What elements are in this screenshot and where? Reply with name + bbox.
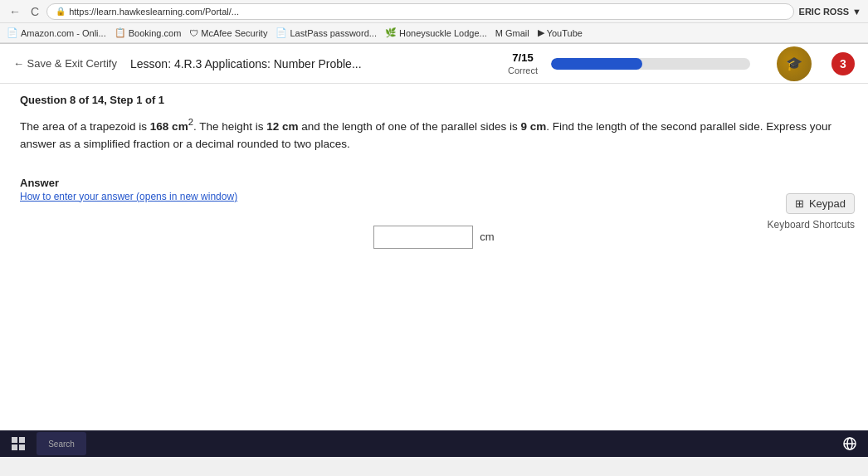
back-button[interactable]: ← xyxy=(7,5,23,18)
dropdown-icon: ▼ xyxy=(852,7,861,17)
taskbar: Search xyxy=(0,430,868,457)
keyboard-shortcuts-link[interactable]: Keyboard Shortcuts xyxy=(768,219,855,231)
bookmark-icon: 🛡 xyxy=(189,28,198,38)
question-meta: Question 8 of 14, Step 1 of 1 xyxy=(20,94,848,106)
svg-rect-1 xyxy=(19,437,25,443)
bookmark-amazon[interactable]: 📄 Amazon.com - Onli... xyxy=(7,27,106,38)
bookmark-icon: 📋 xyxy=(115,27,126,38)
bookmark-booking[interactable]: 📋 Booking.com xyxy=(115,27,182,38)
secure-icon: 🔒 xyxy=(56,7,66,16)
progress-section: 7/15 Correct xyxy=(508,51,538,75)
save-exit-button[interactable]: ← Save & Exit Certify xyxy=(13,57,117,70)
user-menu[interactable]: ERIC ROSS ▼ xyxy=(799,7,861,17)
progress-bar xyxy=(551,58,750,70)
answer-area: Answer How to enter your answer (opens i… xyxy=(0,170,868,209)
address-bar[interactable]: 🔒 https://learn.hawkeslearning.com/Porta… xyxy=(46,3,793,20)
bookmark-icon: 🌿 xyxy=(385,27,397,38)
svg-rect-0 xyxy=(12,437,17,443)
bookmark-icon: M xyxy=(495,28,503,38)
bookmark-honeysuckle[interactable]: 🌿 Honeysuckle Lodge... xyxy=(385,27,487,38)
bookmark-icon: 📄 xyxy=(7,27,18,38)
taskbar-browser[interactable] xyxy=(838,432,861,455)
bookmark-lastpass[interactable]: 📄 LastPass password... xyxy=(276,27,377,38)
taskbar-windows[interactable] xyxy=(7,432,30,455)
right-tools: ⊞ Keypad Keyboard Shortcuts xyxy=(768,193,855,231)
bookmarks-bar: 📄 Amazon.com - Onli... 📋 Booking.com 🛡 M… xyxy=(0,23,868,43)
keypad-icon: ⊞ xyxy=(795,197,804,210)
keypad-button[interactable]: ⊞ Keypad xyxy=(786,193,855,214)
bookmark-mcafee[interactable]: 🛡 McAfee Security xyxy=(189,28,267,38)
lesson-title: Lesson: 4.R.3 Applications: Number Probl… xyxy=(130,57,362,70)
unit-label: cm xyxy=(480,231,494,243)
taskbar-search[interactable]: Search xyxy=(37,432,86,455)
question-area: Question 8 of 14, Step 1 of 1 The area o… xyxy=(0,84,868,170)
bookmark-icon: 📄 xyxy=(276,27,287,38)
avatar: 🎓 xyxy=(777,46,812,81)
progress-bar-fill xyxy=(551,58,642,70)
progress-label: 7/15 xyxy=(512,51,533,64)
top-bar: ← Save & Exit Certify Lesson: 4.R.3 Appl… xyxy=(0,44,868,84)
svg-rect-2 xyxy=(12,444,17,450)
reload-button[interactable]: C xyxy=(28,5,41,18)
streak-badge: 3 xyxy=(831,52,855,75)
progress-sub: Correct xyxy=(508,66,538,75)
answer-label: Answer xyxy=(20,177,848,189)
bookmark-icon: ▶ xyxy=(538,27,544,38)
avatar-icon: 🎓 xyxy=(786,56,802,71)
bookmark-gmail[interactable]: M Gmail xyxy=(495,28,529,38)
answer-input-row: cm xyxy=(0,226,868,249)
answer-input[interactable] xyxy=(373,226,473,249)
svg-rect-3 xyxy=(19,444,25,450)
question-text: The area of a trapezoid is 168 cm2. The … xyxy=(20,114,848,153)
answer-help-link[interactable]: How to enter your answer (opens in new w… xyxy=(20,191,848,202)
bookmark-youtube[interactable]: ▶ YouTube xyxy=(538,27,583,38)
